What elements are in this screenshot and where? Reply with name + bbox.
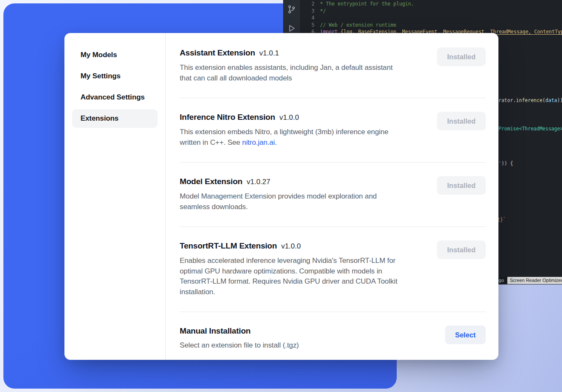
editor-code-block: 2 * The entrypoint for the plugin. 3 */ …	[307, 0, 562, 36]
extension-info: Manual Installation Select an extension …	[180, 326, 425, 351]
extension-version: v1.0.0	[279, 112, 299, 123]
code-token: inference	[516, 97, 543, 103]
extension-name: Model Extension	[180, 176, 242, 187]
code-token: ));	[557, 97, 562, 103]
code-line: 3 */	[307, 8, 562, 15]
extension-row-nitro: Inference Nitro Extension v1.0.0 This ex…	[180, 98, 486, 163]
manual-installation-description: Select an extension file to install (.tg…	[180, 340, 425, 351]
code-token: )) {	[501, 160, 513, 166]
code-text: */	[320, 8, 326, 15]
extension-version: v1.0.27	[247, 177, 270, 188]
installed-button[interactable]: Installed	[437, 240, 486, 259]
status-bar-text: go	[498, 276, 504, 284]
extension-name: TensortRT-LLM Extension	[180, 240, 277, 251]
extension-version: v1.0.1	[259, 48, 279, 59]
installed-button[interactable]: Installed	[437, 47, 486, 66]
extension-info: Inference Nitro Extension v1.0.0 This ex…	[180, 112, 425, 148]
extension-row-tensorrt: TensortRT-LLM Extension v1.0.0 Enables a…	[180, 227, 486, 312]
code-line: 2 * The entrypoint for the plugin.	[307, 0, 562, 8]
installed-button[interactable]: Installed	[437, 176, 486, 195]
installed-button[interactable]: Installed	[437, 112, 486, 130]
code-line: 5 // Web / extension runtime	[307, 22, 562, 29]
manual-installation-row: Manual Installation Select an extension …	[180, 312, 486, 360]
line-number: 4	[307, 14, 314, 22]
code-text: // Web / extension runtime	[320, 22, 396, 29]
description-text: This extension embeds Nitro, a lightweig…	[180, 128, 388, 146]
screen-reader-badge[interactable]: Screen Reader Optimized	[507, 277, 562, 284]
code-text: * The entrypoint for the plugin.	[320, 0, 414, 8]
nitro-jan-ai-link[interactable]: nitro.jan.ai.	[242, 138, 277, 146]
extension-info: Model Extension v1.0.27 Model Management…	[180, 176, 425, 212]
sidebar-item-extensions[interactable]: Extensions	[72, 109, 158, 128]
run-debug-icon[interactable]	[287, 24, 296, 33]
extension-description: Enables accelerated inference leveraging…	[180, 256, 425, 297]
code-token: (	[543, 97, 545, 103]
extension-info: TensortRT-LLM Extension v1.0.0 Enables a…	[180, 240, 425, 297]
extensions-list: Assistant Extension v1.0.1 This extensio…	[166, 33, 498, 360]
extension-description: This extension embeds Nitro, a lightweig…	[180, 127, 425, 148]
line-number: 3	[307, 8, 314, 15]
code-token: '	[498, 160, 501, 166]
code-fragment-inference: rator.inference(data));	[498, 97, 562, 103]
code-line: 4	[307, 14, 562, 22]
extension-info: Assistant Extension v1.0.1 This extensio…	[180, 47, 425, 83]
extension-description: This extension enables assistants, inclu…	[180, 63, 425, 83]
sidebar-item-advanced-settings[interactable]: Advanced Settings	[72, 88, 158, 107]
sidebar-item-my-models[interactable]: My Models	[72, 46, 158, 64]
manual-installation-title: Manual Installation	[180, 326, 250, 337]
code-fragment-promise: Promise<ThreadMessage>	[498, 126, 562, 132]
code-fragment-template: t}`	[497, 217, 506, 223]
settings-panel: My Models My Settings Advanced Settings …	[64, 33, 498, 360]
line-number: 5	[307, 22, 314, 29]
code-token: rator.	[498, 97, 516, 103]
line-number: 2	[307, 0, 314, 8]
sidebar-item-my-settings[interactable]: My Settings	[72, 67, 158, 86]
code-fragment-brace: ')) {	[498, 160, 513, 166]
extension-name: Inference Nitro Extension	[180, 112, 275, 123]
extension-row-model: Model Extension v1.0.27 Model Management…	[180, 163, 486, 227]
extension-description: Model Management Extension provides mode…	[180, 191, 425, 212]
extension-name: Assistant Extension	[180, 47, 255, 58]
select-file-button[interactable]: Select	[445, 326, 486, 344]
source-control-icon[interactable]	[287, 5, 296, 14]
settings-sidebar: My Models My Settings Advanced Settings …	[64, 33, 166, 360]
extension-row-assistant: Assistant Extension v1.0.1 This extensio…	[180, 34, 486, 98]
extension-version: v1.0.0	[281, 241, 300, 252]
code-token: data	[545, 97, 557, 103]
